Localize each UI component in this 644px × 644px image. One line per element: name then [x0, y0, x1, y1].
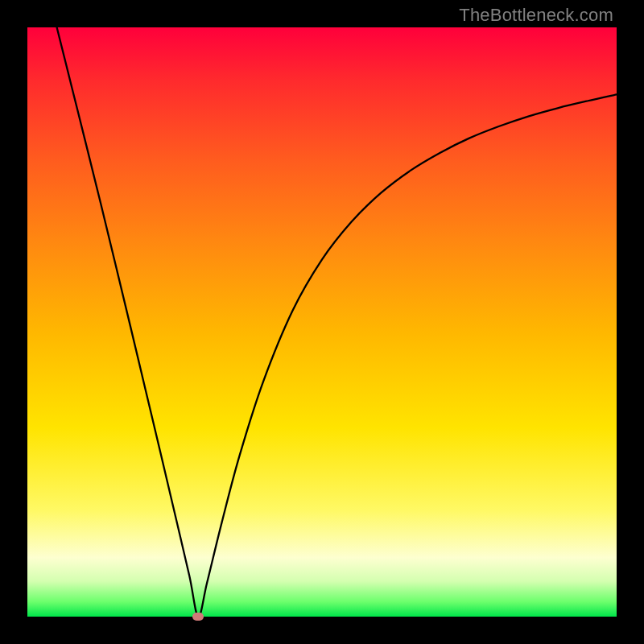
- bottleneck-curve: [27, 27, 617, 617]
- chart-stage: TheBottleneck.com: [0, 0, 644, 644]
- plot-area: [27, 27, 617, 617]
- watermark-text: TheBottleneck.com: [459, 5, 613, 26]
- minimum-marker: [192, 613, 204, 621]
